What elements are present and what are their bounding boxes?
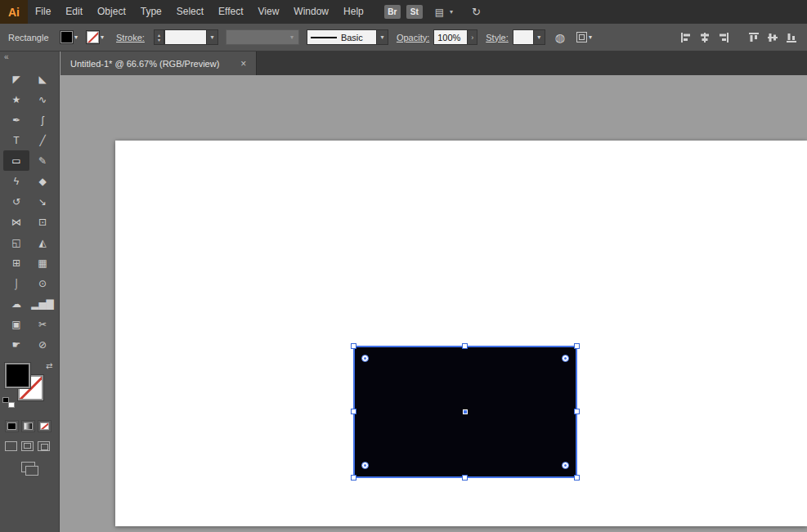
- fill-caret-icon[interactable]: ▾: [74, 34, 78, 41]
- stroke-weight-stepper[interactable]: ▴ ▾: [154, 29, 164, 45]
- draw-behind-icon[interactable]: [21, 441, 34, 451]
- selection-handle-n[interactable]: [462, 343, 468, 349]
- tool-blend[interactable]: ⊙: [29, 273, 56, 293]
- align-top-icon[interactable]: [748, 32, 760, 43]
- menu-help[interactable]: Help: [336, 0, 371, 24]
- draw-inside-icon[interactable]: [38, 441, 50, 451]
- tool-scale[interactable]: ↘: [29, 191, 56, 212]
- menu-effect[interactable]: Effect: [211, 0, 250, 24]
- tool-mesh[interactable]: ⊞: [3, 253, 29, 273]
- tool-grid: ◤ ◣ ★ ∿ ✒ ʃ T ╱ ▭ ✎ ϟ ◆ ↺ ↘ ⋈ ⊡ ◱ ◭ ⊞ ▦ …: [0, 69, 59, 355]
- tool-lasso[interactable]: ∿: [29, 89, 56, 110]
- tool-perspective-grid[interactable]: ◭: [29, 232, 56, 253]
- fill-color-proxy[interactable]: [5, 363, 30, 388]
- shape-properties-icon[interactable]: [576, 32, 587, 42]
- shape-properties-caret-icon[interactable]: ▾: [589, 34, 592, 41]
- none-button[interactable]: [38, 420, 52, 432]
- center-point-handle[interactable]: [463, 409, 468, 414]
- corner-widget-se[interactable]: [562, 462, 569, 469]
- collapse-panel-icon[interactable]: «: [4, 52, 9, 61]
- opacity-label[interactable]: Opacity:: [397, 33, 429, 42]
- tool-symbol-sprayer[interactable]: ☁: [3, 293, 29, 314]
- gradient-button[interactable]: [21, 420, 35, 432]
- tool-zoom[interactable]: ⊘: [29, 334, 56, 355]
- stroke-style-dropdown[interactable]: Basic: [307, 29, 377, 45]
- style-label[interactable]: Style:: [486, 33, 509, 42]
- swap-fill-stroke-icon[interactable]: ⇄: [46, 361, 52, 370]
- tool-free-transform[interactable]: ⊡: [29, 212, 56, 232]
- stroke-weight-caret-icon[interactable]: ▾: [207, 29, 218, 45]
- tool-gradient[interactable]: ▦: [29, 253, 56, 273]
- opacity-arrow-icon[interactable]: ›: [468, 29, 477, 45]
- workspace-caret-icon[interactable]: ▾: [450, 8, 453, 16]
- tool-pen[interactable]: ✒: [3, 110, 29, 130]
- corner-widget-nw[interactable]: [361, 355, 369, 362]
- stock-button[interactable]: St: [406, 5, 423, 19]
- fill-swatch[interactable]: [61, 31, 73, 43]
- tool-selection[interactable]: ◤: [3, 69, 29, 89]
- selection-handle-e[interactable]: [574, 409, 580, 414]
- menu-select[interactable]: Select: [169, 0, 211, 24]
- close-tab-icon[interactable]: ×: [240, 58, 246, 69]
- stepper-down-icon: ▾: [158, 38, 160, 42]
- stroke-weight-input[interactable]: [164, 29, 207, 45]
- tool-column-graph[interactable]: ▂▅▇: [29, 293, 56, 314]
- selection-handle-ne[interactable]: [574, 343, 580, 349]
- tool-artboard[interactable]: ▣: [3, 314, 29, 334]
- canvas[interactable]: [61, 75, 807, 532]
- stroke-caret-icon[interactable]: ▾: [101, 34, 104, 41]
- tool-hand[interactable]: ☛: [3, 334, 29, 355]
- tool-direct-selection[interactable]: ◣: [29, 69, 56, 89]
- menu-view[interactable]: View: [251, 0, 287, 24]
- align-bottom-icon[interactable]: [786, 32, 797, 43]
- screen-mode-icon[interactable]: [21, 462, 35, 472]
- bridge-button[interactable]: Br: [384, 5, 401, 19]
- stroke-weight-label[interactable]: Stroke:: [116, 33, 145, 42]
- selection-handle-sw[interactable]: [351, 475, 356, 481]
- menu-object[interactable]: Object: [90, 0, 133, 24]
- tool-eyedropper[interactable]: ⌡: [3, 273, 29, 293]
- tool-magic-wand[interactable]: ★: [3, 89, 29, 110]
- style-dropdown[interactable]: [513, 29, 534, 45]
- selection-handle-w[interactable]: [351, 409, 356, 414]
- align-left-icon[interactable]: [680, 32, 692, 43]
- fill-stroke-widget: ⇄: [0, 363, 59, 410]
- workspace-switcher-icon[interactable]: ▤: [435, 7, 444, 18]
- tool-slice[interactable]: ✂: [29, 314, 56, 334]
- style-caret-icon[interactable]: ▾: [534, 29, 545, 45]
- align-v-center-icon[interactable]: [767, 32, 778, 43]
- tool-curvature[interactable]: ʃ: [29, 110, 56, 130]
- tool-line-segment[interactable]: ╱: [29, 130, 56, 150]
- stroke-swatch[interactable]: [87, 31, 99, 43]
- tool-paintbrush[interactable]: ✎: [29, 150, 56, 171]
- tool-type[interactable]: T: [3, 130, 29, 150]
- align-h-center-icon[interactable]: [699, 32, 711, 43]
- selection-handle-se[interactable]: [574, 475, 580, 481]
- menu-type[interactable]: Type: [133, 0, 169, 24]
- brush-definition-dropdown[interactable]: ▾: [226, 29, 299, 45]
- draw-normal-icon[interactable]: [5, 441, 17, 451]
- opacity-input[interactable]: 100%: [433, 29, 468, 45]
- sync-icon[interactable]: ↻: [472, 6, 481, 18]
- menu-window[interactable]: Window: [286, 0, 336, 24]
- menu-file[interactable]: File: [28, 0, 58, 24]
- tool-rotate[interactable]: ↺: [3, 191, 29, 212]
- color-button[interactable]: [5, 420, 19, 432]
- tool-width[interactable]: ⋈: [3, 212, 29, 232]
- recolor-artwork-icon[interactable]: ◍: [555, 31, 565, 44]
- align-right-icon[interactable]: [718, 32, 729, 43]
- tool-shaper[interactable]: ϟ: [3, 171, 29, 191]
- default-fill-stroke-icon[interactable]: [2, 397, 15, 408]
- tool-eraser[interactable]: ◆: [29, 171, 56, 191]
- document-tab[interactable]: Untitled-1* @ 66.67% (RGB/Preview) ×: [61, 51, 257, 75]
- stroke-style-value: Basic: [341, 33, 363, 42]
- stroke-style-caret-icon[interactable]: ▾: [377, 29, 388, 45]
- corner-widget-sw[interactable]: [361, 462, 369, 469]
- corner-widget-ne[interactable]: [562, 355, 569, 362]
- tool-shape-builder[interactable]: ◱: [3, 232, 29, 253]
- selection-handle-s[interactable]: [462, 475, 468, 481]
- tool-rectangle[interactable]: ▭: [3, 150, 29, 171]
- selected-rectangle[interactable]: [353, 346, 577, 478]
- menu-edit[interactable]: Edit: [58, 0, 90, 24]
- selection-handle-nw[interactable]: [351, 343, 356, 349]
